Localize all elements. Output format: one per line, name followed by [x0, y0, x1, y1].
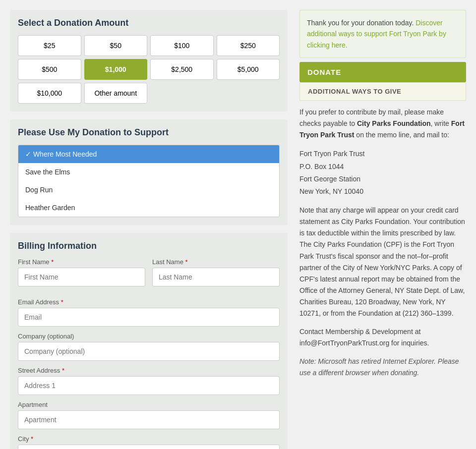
amount-btn-50[interactable]: $50	[84, 35, 148, 56]
amount-btn-500[interactable]: $500	[18, 59, 81, 80]
support-option-heather-garden[interactable]: Heather Garden	[18, 199, 279, 217]
thank-you-text: Thank you for your donation today.	[307, 19, 414, 27]
mail-instruction: If you prefer to contribute by mail, ple…	[299, 107, 466, 141]
billing-section: Billing Information First Name * Last Na…	[10, 233, 288, 449]
support-option-save-the-elms[interactable]: Save the Elms	[18, 163, 279, 181]
city-label: City *	[18, 435, 280, 443]
company-group: Company (optional)	[18, 333, 280, 361]
amount-btn-5000[interactable]: $5,000	[217, 59, 280, 80]
donation-amount-section: Select a Donation Amount $25 $50 $100 $2…	[10, 10, 288, 112]
apartment-group: Apartment	[18, 401, 280, 429]
company-label: Company (optional)	[18, 333, 280, 340]
company-input[interactable]	[18, 342, 280, 361]
amount-btn-250[interactable]: $250	[217, 35, 280, 56]
right-column: Thank you for your donation today. Disco…	[299, 10, 466, 449]
email-group: Email Address *	[18, 298, 280, 327]
browser-note: Note: Microsoft has retired Internet Exp…	[299, 356, 466, 379]
additional-ways-banner: ADDITIONAL WAYS TO GIVE	[299, 82, 466, 101]
first-name-group: First Name *	[18, 258, 145, 286]
billing-section-title: Billing Information	[18, 241, 280, 251]
contact-info: Contact Membership & Development at info…	[299, 326, 466, 349]
mailing-address: Fort Tryon Park Trust P.O. Box 1044 Fort…	[299, 148, 466, 198]
last-name-input[interactable]	[152, 268, 280, 286]
amount-grid: $25 $50 $100 $250 $500 $1,000 $2,500 $5,…	[18, 35, 280, 104]
amount-btn-1000[interactable]: $1,000	[84, 59, 148, 80]
apartment-input[interactable]	[18, 410, 280, 429]
first-name-input[interactable]	[18, 268, 145, 286]
tax-deductible-note: Note that any charge will appear on your…	[299, 205, 466, 319]
street-address-group: Street Address *	[18, 367, 280, 395]
street-address-input[interactable]	[18, 376, 280, 395]
apartment-label: Apartment	[18, 401, 280, 408]
support-section: Please Use My Donation to Support Where …	[10, 119, 288, 225]
amount-btn-25[interactable]: $25	[18, 35, 81, 56]
street-address-label: Street Address *	[18, 367, 280, 374]
thank-you-box: Thank you for your donation today. Disco…	[299, 10, 466, 58]
right-body: If you prefer to contribute by mail, ple…	[299, 107, 466, 379]
email-input[interactable]	[18, 308, 280, 327]
amount-btn-2500[interactable]: $2,500	[150, 59, 214, 80]
page-wrapper: Select a Donation Amount $25 $50 $100 $2…	[0, 0, 476, 449]
last-name-label: Last Name *	[152, 258, 280, 266]
support-option-where-most-needed[interactable]: Where Most Needed	[18, 145, 279, 163]
amount-btn-100[interactable]: $100	[150, 35, 214, 56]
donate-banner: DONATE	[299, 62, 466, 82]
support-section-title: Please Use My Donation to Support	[18, 127, 280, 138]
email-label: Email Address *	[18, 298, 280, 306]
name-row: First Name * Last Name *	[18, 258, 280, 292]
donation-section-title: Select a Donation Amount	[18, 18, 280, 28]
support-dropdown-list: Where Most Needed Save the Elms Dog Run …	[18, 145, 280, 217]
amount-btn-10000[interactable]: $10,000	[18, 83, 81, 104]
left-column: Select a Donation Amount $25 $50 $100 $2…	[10, 10, 288, 449]
first-name-label: First Name *	[18, 258, 145, 266]
last-name-group: Last Name *	[152, 258, 280, 286]
support-option-dog-run[interactable]: Dog Run	[18, 181, 279, 199]
amount-btn-other[interactable]: Other amount	[84, 83, 148, 104]
city-input[interactable]	[18, 445, 280, 449]
city-group: City *	[18, 435, 280, 449]
